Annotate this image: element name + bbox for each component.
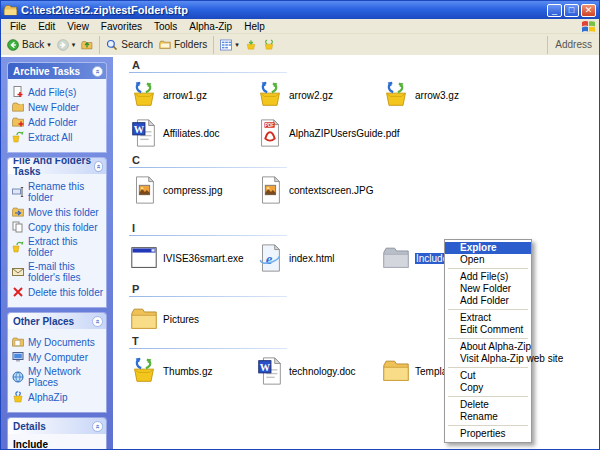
group-divider: [129, 167, 287, 168]
forward-button[interactable]: ▾: [54, 35, 79, 55]
forward-icon: [57, 39, 69, 51]
other-places-header[interactable]: Other Places »: [8, 313, 106, 329]
task-add-files[interactable]: Add File(s): [12, 86, 104, 98]
context-menu-item-visit-alpha-zip-web-site[interactable]: Visit Alpha-Zip web site: [445, 353, 531, 365]
context-menu-item-properties[interactable]: Properties: [445, 428, 531, 440]
back-dropdown-icon[interactable]: ▾: [47, 41, 51, 49]
collapse-chevron-icon[interactable]: »: [92, 66, 103, 77]
menu-view[interactable]: View: [62, 21, 96, 32]
task-extract-all[interactable]: Extract All: [12, 131, 104, 143]
minimize-button[interactable]: _: [547, 4, 562, 17]
zip-extract-button[interactable]: [260, 35, 278, 55]
context-menu-item-explore[interactable]: Explore: [445, 242, 531, 254]
context-menu-item-cut[interactable]: Cut: [445, 370, 531, 382]
context-menu-item-open[interactable]: Open: [445, 254, 531, 266]
gz-file-icon: [381, 80, 411, 110]
context-menu-item-new-folder[interactable]: New Folder: [445, 283, 531, 295]
menu-favorites[interactable]: Favorites: [96, 21, 149, 32]
jpg-file-icon: [255, 175, 285, 205]
file-label: AlphaZIPUsersGuide.pdf: [289, 128, 400, 139]
context-menu-item-add-folder[interactable]: Add Folder: [445, 295, 531, 307]
menu-edit[interactable]: Edit: [33, 21, 62, 32]
file-item[interactable]: compress.jpg: [129, 171, 255, 209]
context-menu-item-rename[interactable]: Rename: [445, 411, 531, 423]
file-item[interactable]: PDF AlphaZIPUsersGuide.pdf: [255, 114, 381, 152]
task-delete-folder[interactable]: Delete this folder: [12, 286, 104, 298]
link-my-network-places[interactable]: My Network Places: [12, 366, 104, 388]
file-folder-tasks-title: File And Folders Tasks: [13, 158, 94, 177]
context-menu-item-delete[interactable]: Delete: [445, 399, 531, 411]
windows-logo-icon: [582, 20, 595, 32]
menu-help[interactable]: Help: [239, 21, 272, 32]
views-button[interactable]: ▾: [217, 35, 242, 55]
link-my-documents[interactable]: My Documents: [12, 336, 104, 348]
collapse-chevron-icon[interactable]: »: [94, 161, 103, 172]
group-divider: [129, 348, 287, 349]
collapse-chevron-icon[interactable]: »: [92, 421, 103, 432]
explorer-window: C:\test2\test2.zip\testFolder\sftp _ □ ✕…: [0, 0, 600, 450]
menu-separator: [448, 425, 528, 426]
task-rename-folder[interactable]: Rename this folder: [12, 181, 104, 203]
context-menu-item-about-alpha-zip[interactable]: About Alpha-Zip: [445, 341, 531, 353]
title-bar[interactable]: C:\test2\test2.zip\testFolder\sftp _ □ ✕: [1, 1, 599, 19]
file-item[interactable]: e index.html: [255, 239, 381, 277]
context-menu-item-copy[interactable]: Copy: [445, 382, 531, 394]
context-menu-item-extract[interactable]: Extract: [445, 312, 531, 324]
context-menu: Explore Open Add File(s) New Folder Add …: [444, 239, 532, 443]
task-label: Copy this folder: [28, 222, 97, 233]
group-divider: [129, 296, 287, 297]
views-dropdown-icon[interactable]: ▾: [235, 41, 239, 49]
maximize-button[interactable]: □: [564, 4, 579, 17]
task-label: Extract All: [28, 132, 72, 143]
other-places-panel: Other Places » My Documents My Computer …: [8, 313, 106, 412]
search-label: Search: [121, 39, 153, 50]
archive-tasks-panel: Archive Tasks » Add File(s) New Folder A…: [8, 63, 106, 152]
file-item[interactable]: Thumbs.gz: [129, 352, 255, 390]
add-folder-icon: [12, 116, 24, 128]
close-button[interactable]: ✕: [581, 4, 596, 17]
zip-add-button[interactable]: [242, 35, 260, 55]
file-item[interactable]: arrow1.gz: [129, 76, 255, 114]
file-folder-tasks-header[interactable]: File And Folders Tasks »: [8, 158, 106, 174]
views-icon: [220, 39, 232, 51]
my-network-places-icon: [12, 371, 24, 383]
collapse-chevron-icon[interactable]: »: [92, 316, 103, 327]
task-new-folder[interactable]: New Folder: [12, 101, 104, 113]
doc-file-icon: W: [129, 118, 159, 148]
file-label: arrow3.gz: [415, 90, 459, 101]
task-move-folder[interactable]: Move this folder: [12, 206, 104, 218]
task-label: Move this folder: [28, 207, 99, 218]
file-item[interactable]: IVISE36smart.exe: [129, 239, 255, 277]
other-places-title: Other Places: [13, 316, 74, 327]
folder-icon: [381, 356, 411, 386]
context-menu-item-edit-comment[interactable]: Edit Comment: [445, 324, 531, 336]
menu-file[interactable]: File: [5, 21, 33, 32]
task-add-folder[interactable]: Add Folder: [12, 116, 104, 128]
details-header[interactable]: Details »: [8, 418, 106, 434]
up-button[interactable]: [78, 35, 96, 55]
task-extract-folder[interactable]: Extract this folder: [12, 236, 104, 258]
file-item[interactable]: W technology.doc: [255, 352, 381, 390]
link-my-computer[interactable]: My Computer: [12, 351, 104, 363]
task-copy-folder[interactable]: Copy this folder: [12, 221, 104, 233]
archive-tasks-header[interactable]: Archive Tasks »: [8, 63, 106, 79]
context-menu-item-add-files[interactable]: Add File(s): [445, 271, 531, 283]
file-item[interactable]: contextscreen.JPG: [255, 171, 381, 209]
file-item[interactable]: arrow2.gz: [255, 76, 381, 114]
toolbar: Back ▾ ▾ Search: [1, 34, 599, 56]
folder-icon: [4, 5, 17, 16]
file-item[interactable]: arrow3.gz: [381, 76, 507, 114]
toolbar-separator: [99, 36, 100, 54]
back-button[interactable]: Back ▾: [4, 35, 54, 55]
menu-tools[interactable]: Tools: [149, 21, 184, 32]
file-group-c: C compress.jpg contextscreen.JPG: [129, 154, 529, 209]
task-email-folder-files[interactable]: E-mail this folder's files: [12, 261, 104, 283]
copy-folder-icon: [12, 221, 24, 233]
link-alphazip[interactable]: AlphaZip: [12, 391, 104, 403]
folders-button[interactable]: Folders: [156, 35, 210, 55]
menu-alpha-zip[interactable]: Alpha-Zip: [184, 21, 239, 32]
file-item[interactable]: Pictures: [129, 300, 255, 338]
file-item[interactable]: W Affiliates.doc: [129, 114, 255, 152]
address-bar[interactable]: Address: [544, 36, 596, 54]
search-button[interactable]: Search: [103, 35, 156, 55]
